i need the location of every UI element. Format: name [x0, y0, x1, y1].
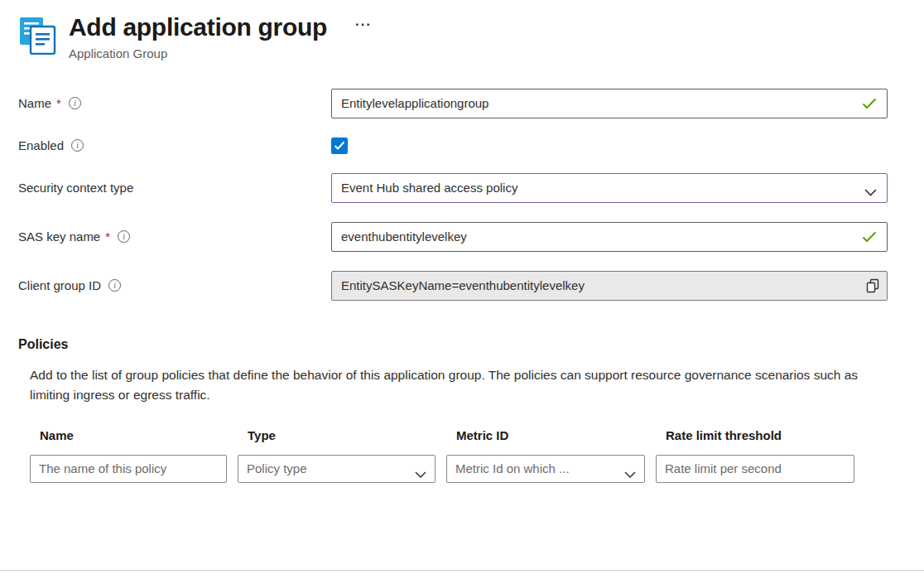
client-group-id-label-text: Client group ID	[18, 278, 101, 292]
sas-key-name-label: SAS key name * i	[18, 229, 331, 244]
policy-type-placeholder: Policy type	[247, 461, 307, 475]
policy-name-input[interactable]	[30, 455, 227, 483]
client-group-id-control: EntitySASKeyName=eventhubentitylevelkey	[331, 271, 888, 301]
client-group-id-value: EntitySASKeyName=eventhubentitylevelkey	[331, 271, 888, 301]
name-label-text: Name	[18, 96, 51, 110]
enabled-label-text: Enabled	[18, 138, 64, 152]
enabled-checkbox[interactable]	[331, 138, 348, 154]
security-context-type-control: Event Hub shared access policy	[331, 173, 888, 203]
chevron-down-icon	[864, 185, 877, 199]
policies-table-header: Name Type Metric ID Rate limit threshold	[30, 428, 888, 442]
enabled-control	[331, 138, 888, 154]
column-header-type: Type	[238, 428, 436, 442]
column-header-name: Name	[30, 428, 227, 442]
required-asterisk: *	[105, 229, 110, 244]
required-asterisk: *	[56, 96, 61, 110]
security-context-type-value: Event Hub shared access policy	[341, 181, 517, 195]
column-header-metric-id: Metric ID	[446, 428, 645, 442]
client-group-id-label: Client group ID i	[18, 278, 331, 292]
enabled-label: Enabled i	[18, 138, 331, 152]
page-title: Add application group	[69, 13, 327, 42]
sas-key-name-row: SAS key name * i	[18, 222, 888, 252]
name-label: Name * i	[18, 96, 331, 110]
security-context-type-label-text: Security context type	[18, 181, 133, 195]
info-icon[interactable]: i	[71, 139, 84, 152]
client-group-id-row: Client group ID i EntitySASKeyName=event…	[18, 271, 888, 301]
more-menu-button[interactable]: ···	[352, 15, 375, 35]
policy-new-row: Policy type Metric Id on which ...	[30, 455, 888, 483]
add-application-group-panel: Add application group ··· Application Gr…	[0, 0, 924, 584]
policies-section: Policies Add to the list of group polici…	[18, 337, 888, 483]
title-block: Add application group ··· Application Gr…	[69, 13, 375, 60]
policy-metric-id-placeholder: Metric Id on which ...	[455, 461, 570, 475]
sas-key-name-input[interactable]	[331, 222, 888, 252]
application-group-icon	[18, 17, 56, 58]
policies-heading: Policies	[18, 337, 888, 352]
copy-button[interactable]	[859, 272, 887, 300]
sas-key-name-label-text: SAS key name	[18, 229, 100, 244]
security-context-type-dropdown[interactable]: Event Hub shared access policy	[331, 173, 888, 203]
chevron-down-icon	[624, 466, 636, 480]
name-row: Name * i	[18, 89, 888, 118]
info-icon[interactable]: i	[69, 97, 81, 109]
column-header-rate-limit-threshold: Rate limit threshold	[656, 428, 854, 442]
copy-icon	[866, 278, 879, 293]
policies-description: Add to the list of group policies that d…	[30, 365, 862, 405]
policies-table: Name Type Metric ID Rate limit threshold…	[30, 428, 888, 483]
policy-type-dropdown[interactable]: Policy type	[238, 455, 436, 483]
info-icon[interactable]: i	[118, 230, 130, 243]
policy-metric-id-dropdown[interactable]: Metric Id on which ...	[446, 455, 645, 483]
security-context-type-row: Security context type Event Hub shared a…	[18, 173, 888, 203]
sas-key-name-control	[331, 222, 888, 252]
checkbox-check-icon	[334, 141, 345, 151]
name-input[interactable]	[331, 89, 888, 118]
panel-header: Add application group ··· Application Gr…	[18, 13, 888, 60]
bottom-divider	[0, 570, 924, 571]
page-subtitle: Application Group	[69, 46, 375, 60]
info-icon[interactable]: i	[108, 279, 121, 292]
application-group-form: Name * i Enabled i	[18, 89, 888, 301]
enabled-row: Enabled i	[18, 138, 888, 154]
policy-rate-limit-input[interactable]	[656, 455, 854, 483]
name-control	[331, 89, 888, 118]
chevron-down-icon	[415, 466, 426, 480]
security-context-type-label: Security context type	[18, 181, 331, 195]
